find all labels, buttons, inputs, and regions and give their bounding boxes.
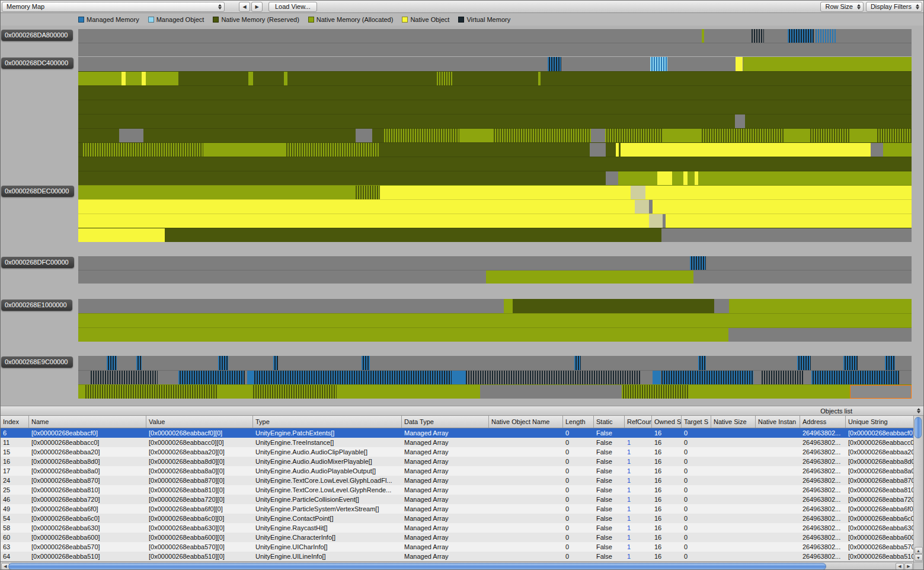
column-header-owned-s[interactable]: Owned S [652, 416, 682, 428]
memory-map-row[interactable] [78, 214, 912, 228]
table-row[interactable]: 63[0x00000268eabba570][0x00000268eabba57… [1, 542, 914, 552]
memory-map-row[interactable] [78, 57, 912, 71]
cell-target-s: 0 [682, 542, 711, 552]
table-row[interactable]: 49[0x00000268eabba6f0][0x00000268eabba6f… [1, 504, 914, 514]
memory-segment [698, 356, 706, 370]
cell-target-s: 0 [682, 533, 711, 542]
load-view-button[interactable]: Load View... [268, 2, 317, 12]
cell-native-instan [756, 428, 800, 438]
cell-native-instan [756, 485, 800, 495]
scroll-up-button[interactable]: ▲ [915, 547, 923, 554]
legend-swatch-icon [458, 17, 464, 23]
cell-length: 0 [563, 457, 594, 466]
table-row[interactable]: 17[0x00000268eabba8a0][0x00000268eabba8a… [1, 466, 914, 476]
table-row[interactable]: 11[0x00000268eabbacc0][0x00000268eabbacc… [1, 438, 914, 447]
column-header-length[interactable]: Length [563, 416, 594, 428]
cell-name: [0x00000268eabba570] [29, 542, 146, 552]
memory-map-row[interactable] [78, 85, 912, 100]
column-header-value[interactable]: Value [146, 416, 253, 428]
memory-map-row[interactable] [78, 71, 912, 85]
row-size-dropdown[interactable]: Row Size [820, 2, 863, 12]
cell-static: False [594, 495, 625, 504]
cell-target-s: 0 [682, 447, 711, 457]
memory-map-row[interactable] [78, 356, 912, 370]
memory-map-row[interactable] [78, 256, 912, 270]
memory-map-row[interactable] [78, 327, 912, 342]
column-header-refcour[interactable]: RefCour [625, 416, 652, 428]
cell-index: 17 [1, 466, 29, 476]
table-row[interactable]: 54[0x00000268eabba6c0][0x00000268eabba6c… [1, 514, 914, 523]
memory-map-row[interactable] [78, 370, 912, 384]
memory-map-row[interactable] [78, 185, 912, 199]
cell-unique-string: [0x00000268eabba810][0] [846, 485, 914, 495]
table-row[interactable]: 58[0x00000268eabba630][0x00000268eabba63… [1, 523, 914, 533]
scroll-right-button[interactable]: ▶ [904, 563, 913, 570]
cell-target-s: 0 [682, 523, 711, 533]
column-header-target-s[interactable]: Target S [682, 416, 711, 428]
memory-segment [459, 129, 493, 142]
column-header-unique-string[interactable]: Unique String [846, 416, 914, 428]
table-row[interactable]: 46[0x00000268eabba720][0x00000268eabba72… [1, 495, 914, 504]
horizontal-scrollbar-thumb[interactable] [8, 563, 826, 570]
vertical-scrollbar-thumb[interactable] [915, 417, 922, 438]
memory-map-row[interactable] [78, 29, 912, 43]
table-row[interactable]: 15[0x00000268eabbaa20][0x00000268eabbaa2… [1, 447, 914, 457]
table-row[interactable]: 6[0x00000268eabbacf0][0x00000268eabbacf0… [1, 428, 914, 438]
column-header-data-type[interactable]: Data Type [402, 416, 489, 428]
cell-data-type: Managed Array [402, 485, 489, 495]
column-header-native-object-name[interactable]: Native Object Name [489, 416, 563, 428]
memory-map-row[interactable] [78, 313, 912, 327]
memory-map-row[interactable] [78, 199, 912, 214]
table-row[interactable]: 16[0x00000268eabba8d0][0x00000268eabba8d… [1, 457, 914, 466]
memory-map-row[interactable] [78, 142, 912, 157]
scroll-down-button[interactable]: ▼ [915, 554, 923, 561]
vertical-scrollbar[interactable]: ▲ ▼ [913, 416, 923, 562]
column-header-static[interactable]: Static [594, 416, 625, 428]
objects-list-stepper-icon[interactable] [917, 408, 920, 413]
column-header-native-size[interactable]: Native Size [711, 416, 756, 428]
horizontal-scrollbar[interactable]: ◀ ◀ ▶ [1, 562, 915, 570]
memory-map-row[interactable] [78, 384, 912, 399]
column-header-name[interactable]: Name [29, 416, 146, 428]
cell-value: [0x00000268eabbacf0][0] [146, 428, 253, 438]
cell-refcour: 1 [625, 476, 652, 485]
back-button[interactable]: ◀ [239, 2, 250, 12]
column-header-native-instan[interactable]: Native Instan [756, 416, 800, 428]
table-row[interactable]: 24[0x00000268eabba870][0x00000268eabba87… [1, 476, 914, 485]
cell-native-object-name [489, 438, 563, 447]
column-header-index[interactable]: Index [1, 416, 29, 428]
cell-static: False [594, 466, 625, 476]
cell-static: False [594, 542, 625, 552]
memory-map-row[interactable] [78, 228, 912, 242]
view-selector-dropdown[interactable]: Memory Map [2, 2, 225, 12]
memory-segment [284, 72, 287, 85]
cell-index: 64 [1, 552, 29, 561]
scroll-left-button[interactable]: ◀ [896, 563, 904, 570]
cell-static: False [594, 485, 625, 495]
column-header-address[interactable]: Address [800, 416, 846, 428]
forward-button[interactable]: ▶ [251, 2, 263, 12]
cell-owned-s: 16 [652, 428, 682, 438]
table-row[interactable]: 25[0x00000268eabba810][0x00000268eabba81… [1, 485, 914, 495]
legend-item: Virtual Memory [458, 16, 510, 23]
memory-segment [702, 29, 704, 43]
memory-map-row[interactable] [78, 100, 912, 114]
memory-map-row[interactable] [78, 270, 912, 284]
memory-map-row[interactable] [78, 157, 912, 171]
memory-map-row[interactable] [78, 171, 912, 185]
table-row[interactable]: 60[0x00000268eabba600][0x00000268eabba60… [1, 533, 914, 542]
memory-map-row[interactable] [78, 114, 912, 128]
display-filters-dropdown[interactable]: Display Filters [866, 2, 922, 12]
cell-native-object-name [489, 542, 563, 552]
memory-map-row[interactable] [78, 128, 912, 142]
table-row[interactable]: 64[0x00000268eabba510][0x00000268eabba51… [1, 552, 914, 561]
cell-index: 60 [1, 533, 29, 542]
column-header-type[interactable]: Type [253, 416, 402, 428]
memory-map-row[interactable] [78, 43, 912, 56]
memory-segment [466, 371, 641, 384]
cell-length: 0 [563, 533, 594, 542]
memory-map-row[interactable] [78, 299, 912, 313]
cell-native-instan [756, 533, 800, 542]
cell-address: 264963802... [800, 485, 846, 495]
cell-native-size [711, 552, 756, 561]
